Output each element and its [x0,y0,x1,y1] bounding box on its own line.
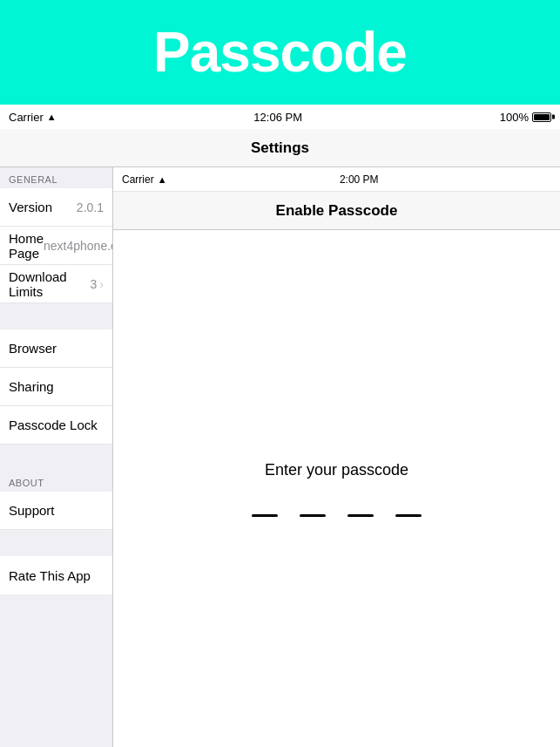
passcode-wifi-icon: ▲ [158,174,167,185]
status-left: Carrier ▲ [9,111,57,124]
download-limits-label: Download Limits [9,269,91,299]
sidebar-item-sharing[interactable]: Sharing [0,368,112,406]
passcode-carrier: Carrier [122,173,154,186]
passcode-panel: Carrier ▲ 2:00 PM Enable Passcode Enter … [113,167,560,747]
passcode-status-left: Carrier ▲ [122,173,167,186]
version-label: Version [9,200,52,214]
carrier-label: Carrier [9,111,44,124]
device-status-bar: Carrier ▲ 12:06 PM 100% [0,105,560,129]
rate-app-label: Rate This App [9,568,91,583]
nav-title: Settings [251,139,309,157]
download-limits-value: 3 › [91,277,104,291]
passcode-dot-4 [395,514,422,517]
app-header-title: Passcode [153,20,407,85]
sharing-label: Sharing [9,379,54,394]
download-limits-chevron: › [99,277,104,291]
passcode-nav-bar: Enable Passcode [113,192,560,230]
section-gap-1 [0,303,112,329]
version-value: 2.0.1 [77,200,104,214]
general-section-header: GENERAL [0,167,112,188]
wifi-icon: ▲ [47,112,57,122]
passcode-status-bar: Carrier ▲ 2:00 PM [113,167,560,192]
homepage-value: next4phone.com › [44,239,113,253]
passcode-status-time: 2:00 PM [340,173,379,186]
battery-percent: 100% [500,111,529,124]
passcode-prompt: Enter your passcode [265,461,408,479]
sidebar-item-rate-app[interactable]: Rate This App [0,556,112,594]
section-gap-3 [0,530,112,556]
passcode-dot-3 [347,514,374,517]
passcode-nav-title: Enable Passcode [276,202,398,220]
passcode-lock-label: Passcode Lock [9,418,98,432]
battery-icon [532,112,551,122]
passcode-dot-1 [252,514,278,517]
nav-bar: Settings [0,129,560,167]
sidebar-item-download-limits[interactable]: Download Limits 3 › [0,265,112,303]
main-content: GENERAL Version 2.0.1 Home Page next4pho… [0,167,560,747]
sidebar-item-passcode-lock[interactable]: Passcode Lock [0,406,112,445]
sidebar-item-browser[interactable]: Browser [0,329,112,368]
app-header: Passcode [0,0,560,105]
sidebar-item-support[interactable]: Support [0,492,112,530]
about-section-header: ABOUT [0,471,112,492]
browser-label: Browser [9,341,57,356]
battery-fill [534,114,550,120]
passcode-dot-2 [300,514,326,517]
sidebar: GENERAL Version 2.0.1 Home Page next4pho… [0,167,113,747]
sidebar-item-version[interactable]: Version 2.0.1 [0,188,112,227]
support-label: Support [9,503,55,518]
homepage-label: Home Page [9,231,44,261]
sidebar-item-homepage[interactable]: Home Page next4phone.com › [0,227,112,265]
status-time: 12:06 PM [253,111,302,124]
status-right: 100% [500,111,551,124]
passcode-content: Enter your passcode [113,230,560,747]
passcode-dots [252,514,422,517]
section-gap-2 [0,445,112,471]
